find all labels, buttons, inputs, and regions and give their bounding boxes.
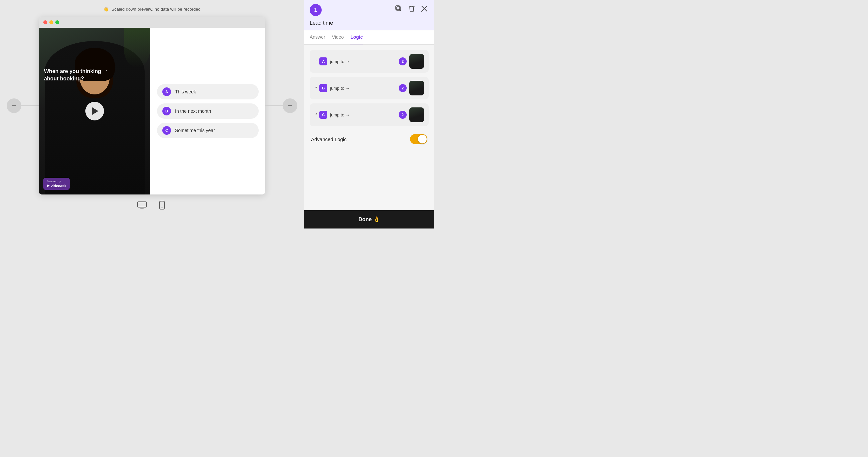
connector-line-left: [21, 106, 39, 106]
browser-toolbar: [39, 17, 265, 28]
video-panel: When are you thinking about booking? × P…: [39, 28, 150, 195]
advanced-logic-section: Advanced Logic: [310, 130, 429, 148]
answer-option-a[interactable]: A This week: [157, 84, 259, 99]
jump-to-c: jump to →: [330, 112, 396, 117]
answer-badge-b: B: [162, 107, 171, 115]
advanced-logic-toggle[interactable]: [410, 134, 427, 144]
avatar-thumb-a: [409, 54, 424, 69]
answer-text-a: This week: [175, 89, 196, 94]
step-number-badge: 1: [310, 4, 322, 16]
preview-canvas: +: [7, 17, 297, 195]
tab-video[interactable]: Video: [332, 30, 344, 45]
add-step-left-button[interactable]: +: [7, 98, 21, 113]
close-icon[interactable]: ×: [105, 68, 108, 73]
step-num-a: 2: [399, 57, 407, 65]
answer-badge-a: A: [162, 87, 171, 96]
powered-by-label: Powered by:: [46, 180, 66, 183]
browser-dot-green: [55, 20, 59, 24]
right-panel: 1 Lead time Answer Video Logic If A jump…: [304, 0, 434, 229]
powered-by-badge: Powered by: ▶ videoask: [43, 178, 70, 190]
play-button[interactable]: [85, 102, 104, 120]
notice-icon: 👋: [103, 7, 108, 12]
jump-to-a: jump to →: [330, 59, 396, 64]
tab-logic[interactable]: Logic: [350, 30, 363, 45]
answer-option-b[interactable]: B In the next month: [157, 104, 259, 119]
answer-badge-c: C: [162, 126, 171, 135]
play-triangle-icon: [92, 107, 98, 115]
panel-body: If A jump to → 2 If B jump to → 2 If C j…: [304, 45, 434, 210]
avatar-thumb-b: [409, 81, 424, 95]
duplicate-button[interactable]: [394, 4, 403, 15]
if-label-a: If: [314, 59, 317, 64]
browser-window: When are you thinking about booking? × P…: [39, 17, 265, 195]
logic-row-c[interactable]: If C jump to → 2: [310, 104, 429, 126]
logic-badge-a: A: [319, 57, 327, 65]
if-label-b: If: [314, 86, 317, 91]
connector-line-right: [265, 106, 283, 106]
toggle-track: [410, 134, 427, 144]
delete-button[interactable]: [407, 4, 416, 15]
answer-text-c: Sometime this year: [175, 128, 215, 133]
answer-text-b: In the next month: [175, 108, 211, 114]
svg-rect-4: [396, 6, 400, 10]
add-step-right-button[interactable]: +: [283, 98, 297, 113]
logic-badge-b: B: [319, 84, 327, 92]
panel-tabs: Answer Video Logic: [304, 30, 434, 45]
preview-notice: 👋 Scaled down preview, no data will be r…: [103, 7, 200, 12]
if-label-c: If: [314, 112, 317, 117]
svg-point-2: [162, 207, 163, 208]
plus-icon-right: +: [288, 102, 292, 110]
bottom-toolbar: [131, 195, 173, 216]
done-bar[interactable]: Done 👌: [304, 210, 434, 229]
videoask-logo: ▶ videoask: [46, 183, 66, 188]
mobile-icon[interactable]: [156, 199, 168, 211]
videoask-icon: ▶: [46, 183, 49, 188]
plus-icon: +: [12, 102, 16, 110]
answers-panel: A This week B In the next month C Someti…: [150, 28, 265, 195]
toggle-thumb: [418, 135, 427, 143]
answer-option-c[interactable]: C Sometime this year: [157, 123, 259, 138]
step-num-b: 2: [399, 84, 407, 92]
jump-to-b: jump to →: [330, 86, 396, 91]
advanced-logic-label: Advanced Logic: [311, 137, 347, 142]
tab-answer[interactable]: Answer: [310, 30, 326, 45]
video-question-text: When are you thinking about booking?: [44, 68, 111, 83]
avatar-thumb-c: [409, 107, 424, 122]
browser-content: When are you thinking about booking? × P…: [39, 28, 265, 195]
logic-badge-c: C: [319, 111, 327, 119]
svg-rect-3: [397, 7, 401, 11]
notice-text: Scaled down preview, no data will be rec…: [111, 7, 200, 12]
step-num-c: 2: [399, 111, 407, 119]
logic-row-a[interactable]: If A jump to → 2: [310, 50, 429, 73]
desktop-icon[interactable]: [136, 199, 148, 211]
close-panel-button[interactable]: [420, 4, 429, 15]
done-text: Done 👌: [358, 216, 380, 223]
browser-dot-red: [43, 20, 47, 24]
logic-row-b[interactable]: If B jump to → 2: [310, 77, 429, 99]
svg-rect-0: [138, 202, 146, 207]
panel-title: Lead time: [310, 20, 429, 26]
browser-dot-yellow: [49, 20, 53, 24]
panel-top-actions: [394, 4, 429, 15]
